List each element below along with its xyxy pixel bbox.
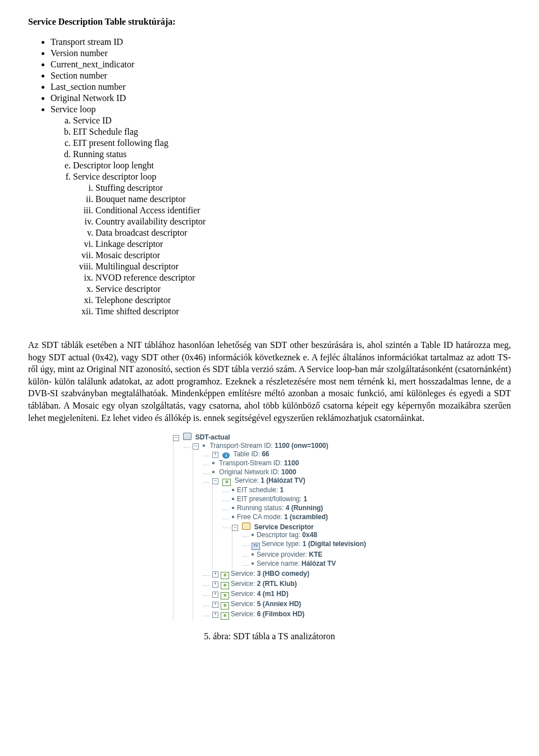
list-item: Version number — [51, 48, 511, 58]
collapse-icon[interactable]: – — [212, 478, 218, 484]
tree-value: 5 (Anniex HD) — [257, 600, 302, 608]
tree-value: 1 (Hálózat TV) — [261, 476, 305, 484]
list-item: Service ID — [73, 116, 511, 126]
roman-list: Stuffing descriptor Bouquet name descrip… — [95, 183, 511, 317]
tree-key: Service type: — [262, 540, 300, 548]
tree-key: EIT schedule: — [237, 486, 278, 494]
list-item: Mosaic descriptor — [95, 250, 511, 260]
tree-value: 1 — [303, 495, 307, 503]
list-item: Section number — [51, 71, 511, 81]
tv-icon: TV — [252, 543, 260, 550]
tree-service-3[interactable]: +IIIService: 3 (HBO comedy) — [203, 570, 366, 580]
expand-icon[interactable]: + — [212, 602, 218, 608]
tree-key: Service: — [231, 610, 255, 618]
expand-icon[interactable]: + — [212, 581, 218, 588]
bullet-icon — [232, 489, 234, 491]
tree-value: 2 (RTL Klub) — [257, 580, 297, 588]
tree-key: Original Network ID: — [219, 468, 279, 476]
tree-value: 0x48 — [302, 531, 317, 539]
bullet-icon — [232, 507, 234, 509]
tree-key: Service: — [235, 476, 259, 484]
tree-label: Service Descriptor — [254, 523, 314, 531]
tree-key: Service: — [231, 590, 255, 598]
tree-leaf: Running status: 4 (Running) — [223, 504, 366, 513]
tree-node[interactable]: + i Table ID: 66 — [203, 450, 366, 459]
tree-leaf: TVService type: 1 (Digital television) — [243, 540, 366, 551]
tree-value: 1000 — [281, 468, 296, 476]
list-item: EIT present following flag — [73, 138, 511, 148]
tree-key: Service provider: — [257, 551, 307, 558]
tree-key: Table ID: — [233, 450, 259, 458]
tree-service-1[interactable]: – III Service: 1 (Hálózat TV) EIT schedu… — [203, 476, 366, 569]
list-item: Linkage descriptor — [95, 239, 511, 249]
service-icon: III — [221, 592, 229, 599]
tree-descriptor[interactable]: – Service Descriptor Descriptor tag: 0x4… — [223, 522, 366, 569]
list-item: EIT Schedule flag — [73, 127, 511, 137]
bullet-icon — [252, 562, 254, 565]
list-item: Data broadcast descriptor — [95, 228, 511, 238]
tree-leaf: Service provider: KTE — [243, 551, 366, 560]
expand-icon[interactable]: + — [212, 592, 218, 598]
list-item: Current_next_indicator — [51, 59, 511, 70]
bullet-icon — [232, 498, 234, 500]
expand-icon[interactable]: + — [212, 571, 218, 578]
tree-key: Transport-Stream ID: — [209, 442, 272, 450]
list-item: Time shifted descriptor — [95, 306, 511, 317]
tree-key: Service: — [231, 570, 255, 578]
section-heading: Service Description Table struktúrája: — [28, 17, 511, 27]
tree-node[interactable]: – Transport-Stream ID: 1100 (onw=1000) +… — [184, 442, 366, 621]
tree-service-5[interactable]: +IIIService: 5 (Anniex HD) — [203, 600, 366, 610]
tree-value: 6 (Filmbox HD) — [257, 610, 305, 618]
bullet-icon — [252, 534, 254, 536]
list-item: Telephone descriptor — [95, 295, 511, 305]
collapse-icon[interactable]: – — [193, 443, 199, 450]
list-item: Service loop Service ID EIT Schedule fla… — [51, 104, 511, 317]
list-item: Service descriptor loop Stuffing descrip… — [73, 172, 511, 317]
collapse-icon[interactable]: – — [232, 525, 238, 531]
tree-key: Service name: — [257, 560, 300, 567]
service-icon: III — [221, 612, 229, 620]
list-item: Multilingual descriptor — [95, 262, 511, 272]
list-item: Service descriptor — [95, 284, 511, 294]
list-item: Stuffing descriptor — [95, 183, 511, 193]
tree-value: 66 — [262, 450, 269, 458]
tree-key: Descriptor tag: — [257, 531, 300, 539]
service-icon: III — [222, 479, 231, 486]
collapse-icon[interactable]: – — [173, 435, 179, 441]
tree-key: Running status: — [237, 504, 284, 512]
bullet-icon — [212, 462, 214, 464]
tree-leaf: Free CA mode: 1 (scrambled) — [223, 513, 366, 522]
list-item: Original Network ID — [51, 93, 511, 103]
service-icon: III — [221, 582, 229, 589]
tree-leaf: Service name: Hálózat TV — [243, 560, 366, 569]
alpha-list: Service ID EIT Schedule flag EIT present… — [73, 116, 511, 317]
tree-value: 4 (Running) — [286, 504, 323, 512]
tree-service-6[interactable]: +IIIService: 6 (Filmbox HD) — [203, 610, 366, 620]
tree-service-2[interactable]: +IIIService: 2 (RTL Klub) — [203, 580, 366, 590]
bullet-icon — [252, 553, 254, 556]
tree-value: 1 — [280, 486, 284, 494]
list-item: Last_section number — [51, 82, 511, 92]
tree-key: Transport-Stream ID: — [219, 459, 282, 467]
tree-service-4[interactable]: +IIIService: 4 (m1 HD) — [203, 590, 366, 600]
descriptor-icon — [242, 523, 250, 530]
table-icon — [183, 433, 191, 440]
tree-label: SDT-actual — [195, 433, 230, 441]
tree-value: 4 (m1 HD) — [257, 590, 289, 598]
tree-key: Service: — [231, 580, 255, 588]
tree-root[interactable]: – SDT-actual – Transport-Stream ID: 1100… — [173, 432, 366, 621]
expand-icon[interactable]: + — [212, 452, 218, 458]
tree-value: 1100 — [284, 459, 299, 467]
tree-value: 1100 (onw=1000) — [275, 442, 328, 450]
tree-value: 1 (Digital television) — [303, 540, 366, 548]
tree-value: 3 (HBO comedy) — [257, 570, 309, 578]
info-icon: i — [222, 452, 230, 459]
tree-leaf: Transport-Stream ID: 1100 — [203, 459, 366, 468]
tree-value: Hálózat TV — [302, 560, 336, 567]
bullet-list: Transport stream ID Version number Curre… — [51, 37, 511, 317]
tree-leaf: EIT present/following: 1 — [223, 495, 366, 504]
tree-value: 1 (scrambled) — [284, 513, 328, 521]
list-item: Country availability descriptor — [95, 217, 511, 227]
tree-value: KTE — [309, 551, 322, 558]
expand-icon[interactable]: + — [212, 612, 218, 618]
